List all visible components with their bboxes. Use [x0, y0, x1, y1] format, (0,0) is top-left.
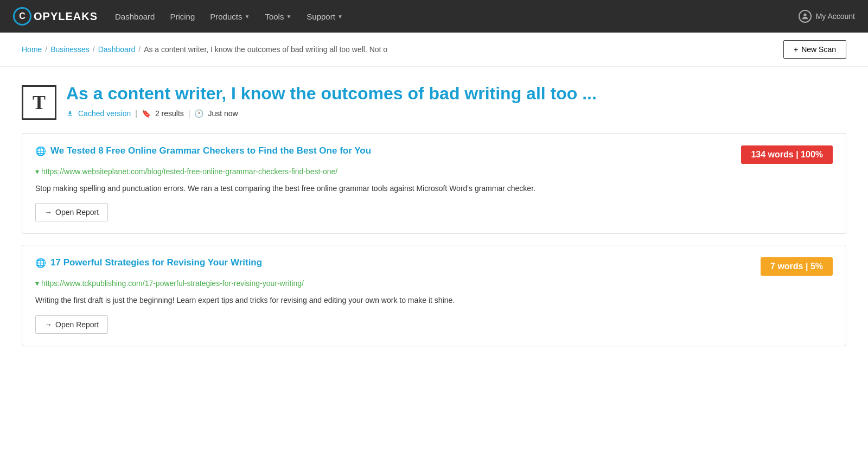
- results-count: 2 results: [155, 109, 184, 118]
- url-arrow-2: ▾: [35, 279, 39, 288]
- account-label: My Account: [816, 12, 855, 21]
- word-badge-2: 7 words | 5%: [761, 257, 833, 276]
- breadcrumb-businesses[interactable]: Businesses: [50, 45, 90, 54]
- breadcrumb: Home / Businesses / Dashboard / As a con…: [22, 45, 387, 54]
- new-scan-label: New Scan: [801, 45, 836, 54]
- result-description-2: Writing the first draft is just the begi…: [35, 294, 833, 306]
- result-url-row-1: ▾ https://www.websiteplanet.com/blog/tes…: [35, 167, 833, 176]
- new-scan-button[interactable]: + New Scan: [783, 40, 846, 59]
- plus-icon: +: [794, 45, 798, 54]
- breadcrumb-sep-2: /: [93, 45, 95, 54]
- breadcrumb-sep-3: /: [138, 45, 141, 54]
- result-title-row-1: 🌐 We Tested 8 Free Online Grammar Checke…: [35, 145, 730, 156]
- result-title-row-2: 🌐 17 Powerful Strategies for Revising Yo…: [35, 257, 750, 268]
- result-url-row-2: ▾ https://www.tckpublishing.com/17-power…: [35, 279, 833, 288]
- page-title: As a content writer, I know the outcomes…: [66, 83, 597, 104]
- open-report-label-2: Open Report: [55, 320, 99, 329]
- breadcrumb-bar: Home / Businesses / Dashboard / As a con…: [0, 33, 868, 67]
- logo[interactable]: C OPYLEAKS: [13, 7, 98, 26]
- arrow-right-icon-2: →: [44, 320, 52, 329]
- open-report-label-1: Open Report: [55, 208, 99, 217]
- open-report-button-2[interactable]: → Open Report: [35, 315, 108, 334]
- svg-point-0: [803, 14, 806, 16]
- document-type-icon: T: [22, 85, 56, 120]
- result-description-1: Stop making spelling and punctuation err…: [35, 182, 833, 194]
- result-header-2: 🌐 17 Powerful Strategies for Revising Yo…: [35, 257, 833, 276]
- nav-support[interactable]: Support ▼: [307, 12, 342, 21]
- result-url-2[interactable]: https://www.tckpublishing.com/17-powerfu…: [41, 279, 304, 288]
- nav-links: Dashboard Pricing Products ▼ Tools ▼ Sup…: [115, 12, 799, 21]
- breadcrumb-sep-1: /: [45, 45, 47, 54]
- timestamp: Just now: [208, 109, 238, 118]
- breadcrumb-dashboard[interactable]: Dashboard: [98, 45, 136, 54]
- account-icon: [799, 10, 812, 23]
- globe-icon-1: 🌐: [35, 146, 46, 156]
- logo-text: OPYLEAKS: [34, 10, 98, 23]
- nav-products[interactable]: Products ▼: [210, 12, 250, 21]
- url-arrow-1: ▾: [35, 167, 39, 176]
- nav-dashboard[interactable]: Dashboard: [115, 12, 155, 21]
- meta-sep-2: |: [188, 109, 190, 118]
- page-header: T As a content writer, I know the outcom…: [22, 83, 846, 120]
- result-header-1: 🌐 We Tested 8 Free Online Grammar Checke…: [35, 145, 833, 164]
- account-menu[interactable]: My Account: [799, 10, 855, 23]
- meta-sep-1: |: [135, 109, 137, 118]
- result-url-1[interactable]: https://www.websiteplanet.com/blog/teste…: [41, 167, 337, 176]
- page-meta: Cached version | 🔖 2 results | 🕐 Just no…: [66, 109, 597, 118]
- result-title-2[interactable]: 17 Powerful Strategies for Revising Your…: [50, 257, 262, 268]
- clock-icon: 🕐: [194, 109, 203, 118]
- result-title-1[interactable]: We Tested 8 Free Online Grammar Checkers…: [50, 145, 371, 156]
- breadcrumb-home[interactable]: Home: [22, 45, 42, 54]
- result-card-1: 🌐 We Tested 8 Free Online Grammar Checke…: [22, 133, 846, 234]
- cached-version-link[interactable]: Cached version: [78, 109, 131, 118]
- main-content: T As a content writer, I know the outcom…: [0, 67, 868, 373]
- bookmark-icon: 🔖: [142, 109, 151, 118]
- globe-icon-2: 🌐: [35, 258, 46, 268]
- download-icon: [66, 110, 74, 117]
- arrow-right-icon-1: →: [44, 208, 52, 217]
- products-dropdown-arrow: ▼: [244, 14, 250, 20]
- breadcrumb-current: As a content writer, I know the outcomes…: [144, 45, 387, 54]
- support-dropdown-arrow: ▼: [337, 14, 343, 20]
- page-title-section: As a content writer, I know the outcomes…: [66, 83, 597, 118]
- tools-dropdown-arrow: ▼: [286, 14, 291, 20]
- word-badge-1: 134 words | 100%: [741, 145, 833, 164]
- open-report-button-1[interactable]: → Open Report: [35, 203, 108, 221]
- logo-circle: C: [13, 7, 31, 26]
- nav-pricing[interactable]: Pricing: [170, 12, 195, 21]
- nav-tools[interactable]: Tools ▼: [265, 12, 291, 21]
- navbar: C OPYLEAKS Dashboard Pricing Products ▼ …: [0, 0, 868, 33]
- result-card-2: 🌐 17 Powerful Strategies for Revising Yo…: [22, 245, 846, 346]
